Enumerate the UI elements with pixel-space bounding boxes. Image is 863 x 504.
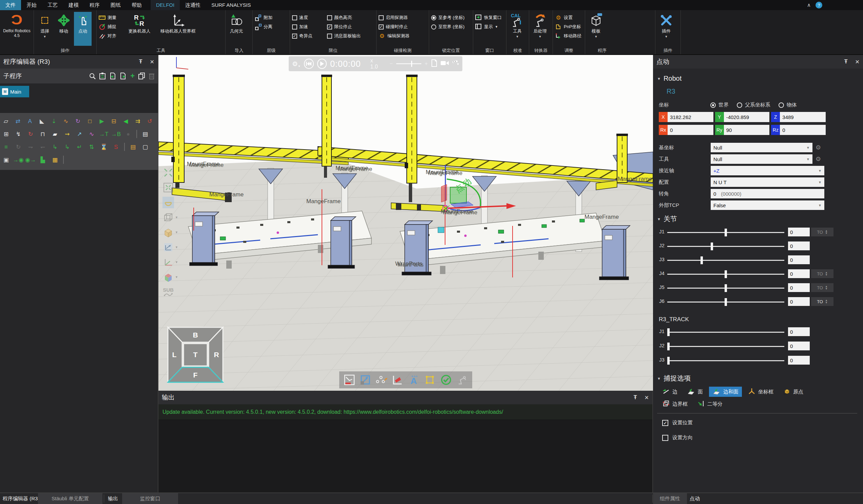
jog-close-icon[interactable]: ✕ xyxy=(855,59,860,65)
field-value-0[interactable]: Null▼ xyxy=(711,143,812,152)
frame-select-icon[interactable] xyxy=(424,374,436,386)
conveyor-icon[interactable]: ⇉ xyxy=(134,117,141,125)
checklist-icon[interactable] xyxy=(99,73,105,79)
snap-section-header[interactable]: ▼捕捉选项 xyxy=(657,374,691,383)
joint-slider-handle-J1[interactable] xyxy=(725,229,727,236)
display-button[interactable]: 显示▼ xyxy=(475,23,502,30)
joint-slider-handle-J3[interactable] xyxy=(701,256,703,264)
coord-radio-1[interactable] xyxy=(737,102,742,108)
snap-button-3[interactable]: 坐标框 xyxy=(745,387,777,397)
joint-slider-J2[interactable] xyxy=(667,246,784,247)
annotate-icon[interactable]: A+++ xyxy=(408,374,420,386)
speed-slider-handle[interactable] xyxy=(411,61,412,67)
menu-item-8[interactable]: 连通性 xyxy=(180,0,206,10)
add-subprogram-icon[interactable]: + xyxy=(130,73,135,79)
update-message[interactable]: Update available. Current version: 4.5.0… xyxy=(162,409,503,415)
wait-icon[interactable]: ⌛ xyxy=(100,143,108,151)
joint-to-button-J5[interactable]: TO▲▼ xyxy=(811,283,834,292)
field-value-4[interactable]: 0(000000) xyxy=(711,189,824,198)
joint-value-J5[interactable]: 0 xyxy=(788,283,810,292)
meander-icon[interactable]: ⊓ xyxy=(39,130,47,138)
attach-button[interactable]: 附加 xyxy=(255,14,272,21)
snap-button-1[interactable]: 面 xyxy=(684,387,706,397)
joint-slider-handle-J6[interactable] xyxy=(725,298,727,306)
help-icon[interactable]: ? xyxy=(815,2,822,9)
joint-value-J1[interactable]: 0 xyxy=(788,327,810,336)
menu-item-3[interactable]: 建模 xyxy=(63,0,84,10)
measure-button[interactable]: 测量 xyxy=(99,14,124,21)
branch-if-icon[interactable]: ↳ xyxy=(51,143,59,151)
joint-slider-J3[interactable] xyxy=(667,360,784,361)
playback-settings-gear-icon[interactable]: ⚙▼ xyxy=(292,60,301,68)
axis-value-Ry[interactable]: 90 xyxy=(724,125,770,135)
joint-value-J3[interactable]: 0 xyxy=(788,356,810,365)
field-value-5[interactable]: False▼ xyxy=(711,200,824,210)
menu-item-1[interactable]: 开始 xyxy=(21,0,42,10)
copy-icon[interactable] xyxy=(138,73,145,79)
play-button[interactable] xyxy=(317,59,327,69)
set-tool-icon[interactable]: →T xyxy=(100,130,108,138)
record-video-icon[interactable] xyxy=(441,60,449,67)
stop-icon[interactable]: S xyxy=(112,143,120,151)
field-value-3[interactable]: N U T▼ xyxy=(711,177,824,187)
limit-check-b-checkbox-2[interactable] xyxy=(327,34,332,39)
validate-icon[interactable] xyxy=(440,374,452,386)
menu-item-2[interactable]: 工艺 xyxy=(42,0,63,10)
limit-check-a-1[interactable]: 加速 xyxy=(292,23,326,30)
field-value-1[interactable]: Null▼ xyxy=(711,154,812,164)
coord-radio-0[interactable] xyxy=(710,102,716,108)
coord-option-1[interactable]: 父系坐标系 xyxy=(737,102,771,108)
settings-button[interactable]: ⚙ 设置 xyxy=(555,14,581,21)
folder-icon[interactable]: ▰ xyxy=(51,130,59,138)
menu-item-5[interactable]: 图纸 xyxy=(105,0,126,10)
zoom-extents-icon[interactable] xyxy=(162,167,174,178)
redo-path-icon[interactable]: ↺ xyxy=(146,117,154,125)
speed-plus-button[interactable]: + xyxy=(425,61,428,67)
menu-item-6[interactable]: 帮助 xyxy=(126,0,147,10)
collapse-ribbon-icon[interactable]: ∧ xyxy=(807,2,811,8)
align-button[interactable]: 对齐 xyxy=(99,32,124,40)
wrap-geometry-icon[interactable]: ▦ xyxy=(51,156,59,164)
tab-jog[interactable]: 点动 xyxy=(690,493,700,504)
chart-view-icon[interactable]: ▼ xyxy=(162,241,174,253)
goto-a-icon[interactable]: ⇁ xyxy=(26,143,35,151)
3d-scene[interactable] xyxy=(159,55,653,391)
signal-in-icon[interactable]: →◉ xyxy=(14,156,22,164)
export-program-icon[interactable] xyxy=(120,73,126,79)
joint-value-J1[interactable]: 0 xyxy=(788,228,810,236)
lock-radio-circle-1[interactable] xyxy=(431,24,436,29)
field-value-2[interactable]: +Z▼ xyxy=(711,166,824,175)
joint-value-J2[interactable]: 0 xyxy=(788,241,810,250)
clipboard-icon[interactable]: ▤ xyxy=(129,143,137,151)
io-monitor-icon[interactable]: ⊟ xyxy=(110,117,118,125)
move-button[interactable]: 移动 xyxy=(55,12,73,46)
statistics-icon[interactable]: ▙ xyxy=(39,156,47,164)
ptp-motion-icon[interactable]: ▱ xyxy=(2,117,10,125)
coord-option-0[interactable]: 世界 xyxy=(710,102,729,108)
template-button[interactable]: 模板▼ xyxy=(587,12,605,46)
collision-checkbox-0[interactable] xyxy=(378,15,384,20)
tab-monitor-window[interactable]: 监控窗口 xyxy=(122,493,178,504)
restore-window-button[interactable]: 恢复窗口 xyxy=(475,14,502,21)
joint-value-J3[interactable]: 0 xyxy=(788,255,810,264)
comment-doc-icon[interactable]: ▢ xyxy=(141,143,149,151)
spline-path-icon[interactable]: ↯ xyxy=(14,130,22,138)
plugins-button[interactable]: 插件▼ xyxy=(658,12,675,46)
joint-slider-J1[interactable] xyxy=(667,332,784,333)
import-point-icon[interactable]: ⇣ xyxy=(50,117,58,125)
snap-button[interactable]: 捕捉 xyxy=(99,23,124,30)
output-close-icon[interactable]: ✕ xyxy=(645,394,649,401)
joint-slider-handle-J5[interactable] xyxy=(725,284,727,292)
detach-button[interactable]: 分离 xyxy=(255,23,272,30)
joint-slider-handle-J2[interactable] xyxy=(667,342,670,350)
limit-check-a-0[interactable]: 速度 xyxy=(292,14,326,21)
path-points-icon[interactable]: ∿ xyxy=(62,117,70,125)
clip-plane-icon[interactable] xyxy=(162,197,174,208)
assign-icon[interactable]: ≡ xyxy=(2,143,10,151)
joint-to-button-J1[interactable]: TO▲▼ xyxy=(811,228,834,236)
output-pin-icon[interactable]: Ŧ xyxy=(634,394,637,401)
joint-slider-J3[interactable] xyxy=(667,260,784,261)
limit-check-a-checkbox-0[interactable] xyxy=(292,15,297,20)
jog-pin-icon[interactable]: Ŧ xyxy=(845,59,848,65)
playback-speed[interactable]: x 1.0 xyxy=(371,58,382,70)
